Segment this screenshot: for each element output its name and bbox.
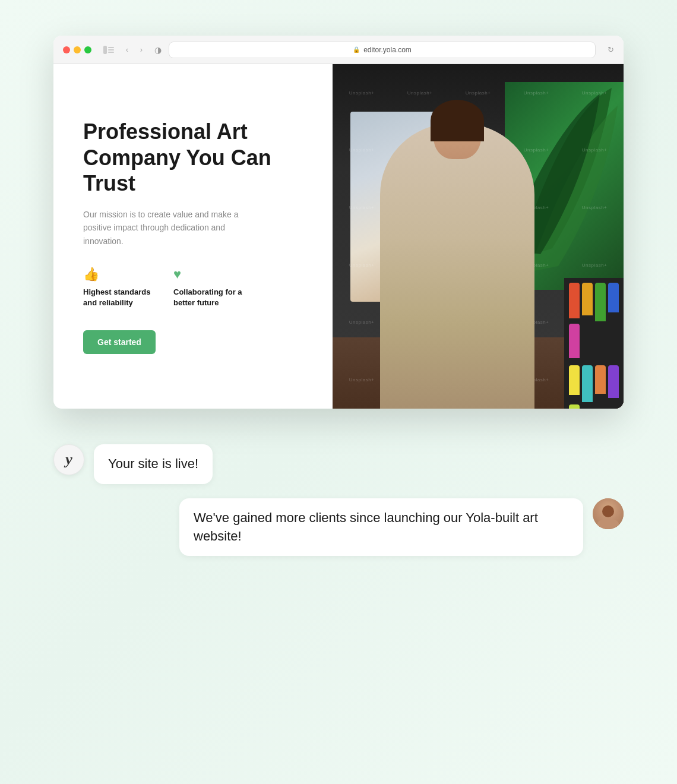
maximize-button[interactable] [84,46,91,53]
site-headline: Professional Art Company You Can Trust [83,119,303,196]
yola-avatar: y [53,444,84,475]
chat-text-1: Your site is live! [108,455,198,473]
website-content: Professional Art Company You Can Trust O… [53,64,624,409]
feature-item-standards: 👍 Highest standards and reliability [83,267,154,308]
browser-nav: ‹ › [121,44,147,56]
feature-item-collaborating: ♥ Collaborating for a better future [173,267,245,308]
chat-message-1: y Your site is live! [53,444,624,484]
chat-text-2: We've gained more clients since launchin… [194,509,569,546]
reload-icon[interactable]: ↻ [608,45,614,54]
svg-rect-2 [108,49,114,50]
chat-bubble-2: We've gained more clients since launchin… [179,498,583,557]
back-button[interactable]: ‹ [121,44,133,56]
heart-icon: ♥ [173,267,245,282]
forward-button[interactable]: › [135,44,147,56]
svg-rect-3 [108,52,114,53]
browser-window: ‹ › ◑ 🔒 editor.yola.com ↻ Professional A… [53,36,624,409]
address-bar[interactable]: 🔒 editor.yola.com [169,42,596,58]
website-left-panel: Professional Art Company You Can Trust O… [53,64,333,409]
traffic-lights [63,46,91,53]
url-text: editor.yola.com [363,46,412,54]
svg-rect-0 [103,46,107,54]
chat-message-2: We've gained more clients since launchin… [53,498,624,557]
user-avatar [593,498,624,529]
site-description: Our mission is to create value and make … [83,208,249,248]
feature-label-standards: Highest standards and reliability [83,287,154,308]
chat-bubble-1: Your site is live! [94,444,213,484]
thumbs-up-icon: 👍 [83,267,154,282]
yola-logo-letter: y [65,451,72,469]
browser-chrome: ‹ › ◑ 🔒 editor.yola.com ↻ [53,36,624,64]
minimize-button[interactable] [74,46,81,53]
lock-icon: 🔒 [353,46,360,53]
close-button[interactable] [63,46,70,53]
feature-label-collaborating: Collaborating for a better future [173,287,245,308]
chat-section: y Your site is live! We've gained more c… [53,438,624,562]
features-row: 👍 Highest standards and reliability ♥ Co… [83,267,303,308]
svg-rect-1 [108,47,114,48]
sidebar-toggle-icon[interactable] [103,46,114,54]
website-right-panel: Unsplash+ Unsplash+ Unsplash+ Unsplash+ … [333,64,624,409]
get-started-button[interactable]: Get started [83,330,156,354]
hero-image: Unsplash+ Unsplash+ Unsplash+ Unsplash+ … [333,64,624,409]
brightness-icon: ◑ [154,45,162,55]
person-image [380,124,534,409]
